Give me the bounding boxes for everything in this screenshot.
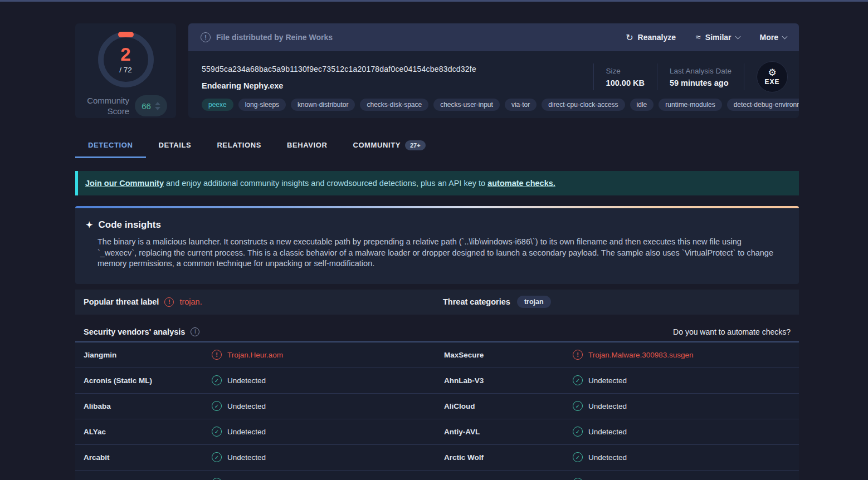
reanalyze-button[interactable]: ↻ Reanalyze: [626, 32, 676, 43]
table-row: Acronis (Static ML) ✓ Undetected AhnLab-…: [75, 368, 799, 394]
last-analysis-value: 59 minutes ago: [670, 79, 732, 87]
detection-result: Undetected: [588, 453, 627, 462]
vendor-name: ALYac: [84, 428, 212, 436]
top-strip: [0, 0, 868, 2]
check-circle-icon: ✓: [212, 375, 222, 385]
tag-runtime-modules[interactable]: runtime-modules: [659, 99, 721, 111]
tab-community-label: COMMUNITY: [353, 141, 401, 149]
vendor-name: Arcabit: [84, 453, 212, 462]
similar-label: Similar: [705, 33, 732, 42]
tag-known-distributor[interactable]: known-distributor: [291, 99, 355, 111]
automate-checks-link[interactable]: automate checks.: [487, 179, 555, 188]
vendor-name: Antiy-AVL: [444, 428, 573, 436]
vendor-name: Jiangmin: [84, 351, 212, 359]
file-summary-card: ! File distributed by Reine Works ↻ Rean…: [188, 23, 799, 118]
tag-long-sleeps[interactable]: long-sleeps: [238, 99, 286, 111]
info-icon[interactable]: i: [191, 327, 199, 336]
last-analysis-label: Last Analysis Date: [670, 67, 732, 75]
tag-detect-debug-environment[interactable]: detect-debug-environment: [727, 99, 799, 111]
vendor-name: Arctic Wolf: [444, 453, 573, 462]
detection-result: Undetected: [588, 428, 627, 436]
vote-down-icon[interactable]: [155, 107, 160, 110]
check-circle-icon: ✓: [212, 452, 222, 462]
tab-behavior-label: BEHAVIOR: [287, 141, 327, 149]
tab-details-label: DETAILS: [159, 141, 192, 149]
table-row: Alibaba ✓ Undetected AliCloud ✓ Undetect…: [75, 394, 799, 419]
code-insights-title: Code insights: [99, 219, 161, 231]
engines-total: / 72: [119, 66, 132, 74]
detection-result: Trojan.Malware.300983.susgen: [588, 351, 694, 359]
tab-community[interactable]: COMMUNITY 27+: [340, 134, 438, 158]
file-size-block: Size 100.00 KB: [606, 67, 645, 87]
tab-detection-label: DETECTION: [88, 141, 133, 149]
tab-relations-label: RELATIONS: [217, 141, 261, 149]
tag-checks-disk-space[interactable]: checks-disk-space: [360, 99, 428, 111]
code-insights-body: The binary is a malicious launcher. It c…: [97, 237, 777, 270]
main-content: 2 / 72 Community Score 66 ! File distrib: [75, 23, 799, 480]
community-score-card: 2 / 72 Community Score 66: [75, 23, 176, 118]
divider: [744, 63, 744, 90]
tab-behavior[interactable]: BEHAVIOR: [274, 134, 340, 158]
detection-result: Undetected: [227, 453, 266, 462]
popular-threat-label-value: trojan.: [179, 297, 202, 306]
chevron-down-icon: [782, 33, 788, 39]
reanalyze-icon: ↻: [626, 32, 633, 43]
exclamation-circle-icon: !: [201, 32, 211, 42]
more-button[interactable]: More: [760, 33, 787, 42]
tab-bar: DETECTION DETAILS RELATIONS BEHAVIOR COM…: [75, 134, 799, 158]
size-value: 100.00 KB: [606, 79, 645, 87]
reanalyze-label: Reanalyze: [638, 33, 676, 42]
similar-button[interactable]: ≈ Similar: [696, 32, 739, 42]
detection-result: Undetected: [227, 402, 266, 410]
similar-icon: ≈: [696, 32, 701, 42]
tab-detection[interactable]: DETECTION: [75, 134, 146, 158]
vote-up-icon[interactable]: [155, 102, 160, 105]
chevron-down-icon: [735, 33, 740, 39]
table-row: ALYac ✓ Undetected Antiy-AVL ✓ Undetecte…: [75, 419, 799, 445]
detection-result: Undetected: [227, 376, 266, 385]
check-circle-icon: ✓: [573, 401, 583, 411]
automate-checks-question[interactable]: Do you want to automate checks?: [673, 327, 791, 336]
vendor-name: Alibaba: [84, 402, 212, 410]
check-circle-icon: ✓: [212, 401, 222, 411]
table-row: Arcabit ✓ Undetected Arctic Wolf ✓ Undet…: [75, 445, 799, 471]
divider: [657, 63, 657, 90]
detections-count: 2: [120, 45, 130, 63]
community-score-value: 66: [142, 101, 151, 111]
table-row: Jiangmin ! Trojan.Heur.aom MaxSecure ! T…: [75, 342, 799, 368]
tab-details[interactable]: DETAILS: [146, 134, 204, 158]
tag-idle[interactable]: idle: [630, 99, 654, 111]
tag-checks-user-input[interactable]: checks-user-input: [433, 99, 500, 111]
alert-circle-icon: !: [573, 350, 583, 360]
community-vote-widget[interactable]: 66: [135, 95, 167, 116]
detection-result: Undetected: [588, 376, 627, 385]
banner-text: and enjoy additional community insights …: [164, 179, 487, 188]
detection-result: Undetected: [588, 402, 627, 410]
vendor-name: AliCloud: [444, 402, 573, 410]
check-circle-icon: ✓: [573, 478, 583, 480]
tag-via-tor[interactable]: via-tor: [505, 99, 537, 111]
vendor-name: Acronis (Static ML): [84, 376, 212, 385]
gauge-detection-arc: [118, 32, 134, 37]
join-community-link[interactable]: Join our Community: [85, 179, 164, 188]
tab-relations[interactable]: RELATIONS: [204, 134, 274, 158]
detection-result: Undetected: [227, 428, 266, 436]
table-row: Avast ✓ Undetected AVG ✓ Undetected: [75, 471, 799, 480]
file-card-header: ! File distributed by Reine Works ↻ Rean…: [188, 23, 799, 51]
file-type-label: EXE: [764, 78, 779, 86]
vendors-table: Jiangmin ! Trojan.Heur.aom MaxSecure ! T…: [75, 342, 799, 480]
more-label: More: [760, 33, 778, 42]
community-count-badge: 27+: [405, 140, 426, 150]
distribution-notice-text: File distributed by Reine Works: [216, 33, 333, 42]
vendors-analysis-header: Security vendors' analysis i Do you want…: [75, 322, 799, 342]
check-circle-icon: ✓: [573, 375, 583, 385]
check-circle-icon: ✓: [212, 478, 222, 480]
detection-result: Trojan.Heur.aom: [227, 351, 283, 359]
code-insights-card: ✦ Code insights The binary is a maliciou…: [75, 206, 799, 284]
last-analysis-block: Last Analysis Date 59 minutes ago: [670, 67, 732, 87]
tag-peexe[interactable]: peexe: [202, 99, 233, 111]
community-score-label: Community Score: [82, 95, 129, 116]
threat-category-pill[interactable]: trojan: [517, 296, 551, 308]
divider: [593, 63, 594, 90]
tag-direct-cpu-clock-access[interactable]: direct-cpu-clock-access: [542, 99, 625, 111]
